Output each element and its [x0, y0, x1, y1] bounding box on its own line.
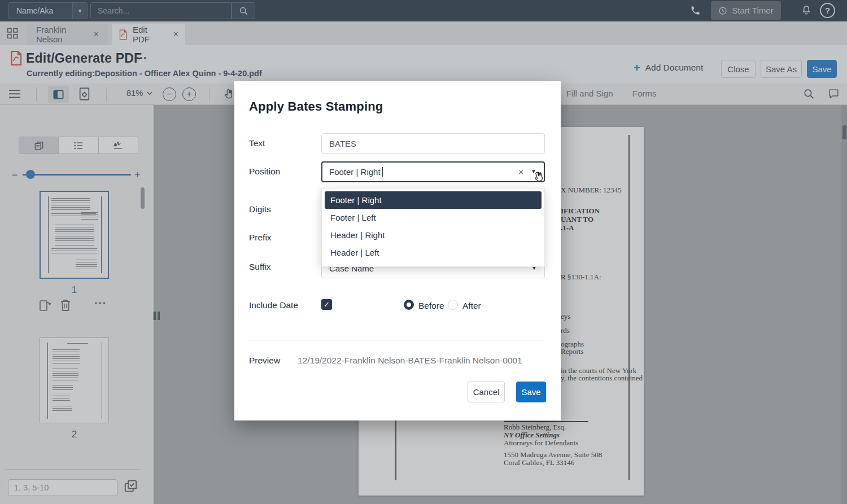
option-footer-right[interactable]: Footer | Right — [325, 191, 542, 209]
app-screen: Name/Aka ▾ Start Timer — [0, 0, 847, 504]
bates-stamping-dialog: Apply Bates Stamping Text Position Foote… — [234, 81, 561, 420]
radio-after-label: After — [462, 301, 481, 311]
text-caret — [382, 167, 383, 177]
option-header-right[interactable]: Header | Right — [325, 226, 542, 244]
position-options-list: Footer | Right Footer | Left Header | Ri… — [321, 188, 545, 267]
radio-before[interactable] — [404, 300, 414, 310]
option-footer-left[interactable]: Footer | Left — [325, 209, 542, 226]
suffix-field-label: Suffix — [249, 262, 271, 272]
include-date-checkbox[interactable]: ✓ — [321, 299, 332, 310]
checkmark-icon: ✓ — [324, 300, 330, 309]
cancel-button[interactable]: Cancel — [468, 382, 505, 402]
digits-field-label: Digits — [249, 204, 271, 214]
position-combobox[interactable]: Footer | Right × ▼ — [321, 161, 545, 182]
preview-value: 12/19/2022-Franklin Nelson-BATES-Frankli… — [298, 356, 522, 366]
bates-text-input[interactable] — [321, 133, 545, 154]
include-date-label: Include Date — [249, 300, 298, 310]
prefix-field-label: Prefix — [249, 233, 272, 243]
dialog-save-button[interactable]: Save — [516, 382, 546, 402]
text-field-label: Text — [249, 138, 265, 148]
dialog-divider — [249, 340, 545, 340]
radio-before-label: Before — [418, 301, 444, 311]
clear-selection-icon[interactable]: × — [518, 167, 523, 177]
preview-label: Preview — [249, 356, 280, 366]
position-value: Footer | Right — [329, 167, 381, 177]
dialog-title: Apply Bates Stamping — [249, 99, 383, 114]
option-header-left[interactable]: Header | Left — [325, 244, 542, 261]
position-field-label: Position — [249, 166, 280, 177]
radio-after[interactable] — [448, 300, 458, 310]
